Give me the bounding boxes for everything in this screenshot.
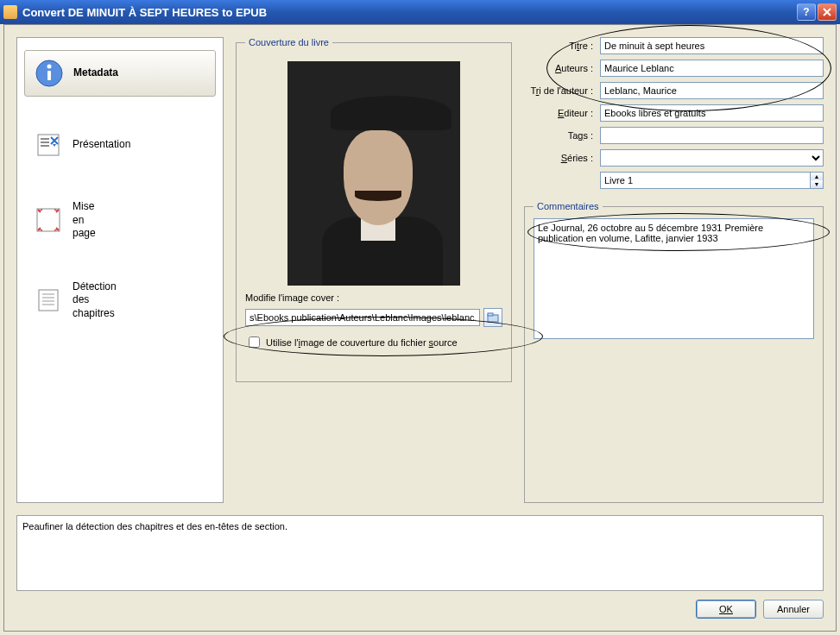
sidebar-item-label: Mise en page [73,200,96,241]
help-button[interactable]: ? [797,3,816,21]
tags-input[interactable] [600,127,824,144]
sidebar-item-layout[interactable]: Mise en page [24,193,216,248]
svg-rect-1 [47,71,51,80]
help-text: Peaufiner la détection des chapitres et … [22,521,287,531]
authorsort-input[interactable] [600,82,824,99]
spin-up-button[interactable]: ▲ [811,173,823,180]
svg-rect-5 [39,290,58,311]
help-strip: Peaufiner la détection des chapitres et … [16,515,824,591]
title-input[interactable] [600,37,824,54]
sidebar-item-label: Présentation [73,138,130,152]
cover-image [287,61,460,286]
sidebar-item-label: Détection des chapitres [73,280,117,321]
close-icon [823,8,831,16]
authors-label: Auteurs : [524,63,600,73]
sidebar: Metadata Présentation Mise en page Détec… [16,37,224,503]
folder-open-icon [487,311,499,324]
cover-path-input[interactable] [245,309,480,326]
tags-label: Tags : [524,130,600,141]
cover-legend: Couverture du livre [245,37,332,47]
comments-fieldset: Commentaires Le Journal, 26 octobre au 5… [524,201,824,503]
publisher-input[interactable] [600,104,824,122]
sidebar-item-presentation[interactable]: Présentation [24,123,216,167]
authors-input[interactable] [600,60,824,77]
titlebar: Convert DE MINUIT À SEPT HEURES to EPUB … [0,0,840,24]
sidebar-item-label: Metadata [73,66,118,80]
ok-button[interactable]: OK [696,600,756,619]
use-source-cover-checkbox[interactable] [249,336,260,348]
window-title: Convert DE MINUIT À SEPT HEURES to EPUB [22,6,797,19]
sidebar-item-chapters[interactable]: Détection des chapitres [24,273,216,328]
comments-legend: Commentaires [534,201,603,211]
info-icon [34,58,65,89]
publisher-label: Editeur : [524,108,600,118]
sidebar-item-metadata[interactable]: Metadata [24,50,216,97]
series-index-input[interactable] [600,172,810,189]
modify-cover-label: Modifie l'image cover : [245,292,502,303]
title-label: Titre : [524,41,600,51]
cancel-button[interactable]: Annuler [763,600,824,619]
comments-textarea[interactable]: Le Journal, 26 octobre au 5 décembre 193… [534,218,814,339]
use-source-cover-label: Utilise l'image de couverture du fichier… [266,337,458,348]
svg-point-2 [47,65,52,69]
app-icon [3,5,17,19]
chapters-icon [33,285,64,316]
cover-fieldset: Couverture du livre Modifie l'image cove… [236,37,512,382]
series-label: Séries : [524,153,600,163]
svg-rect-3 [38,135,59,155]
series-select[interactable] [600,149,824,167]
spin-down-button[interactable]: ▼ [811,180,823,188]
presentation-icon [33,129,64,160]
layout-icon [33,204,64,236]
svg-rect-7 [488,313,493,316]
close-button[interactable] [818,3,837,21]
browse-button[interactable] [483,308,502,327]
authorsort-label: Tri de l'auteur : [524,85,600,96]
content-area: Couverture du livre Modifie l'image cove… [236,37,824,503]
